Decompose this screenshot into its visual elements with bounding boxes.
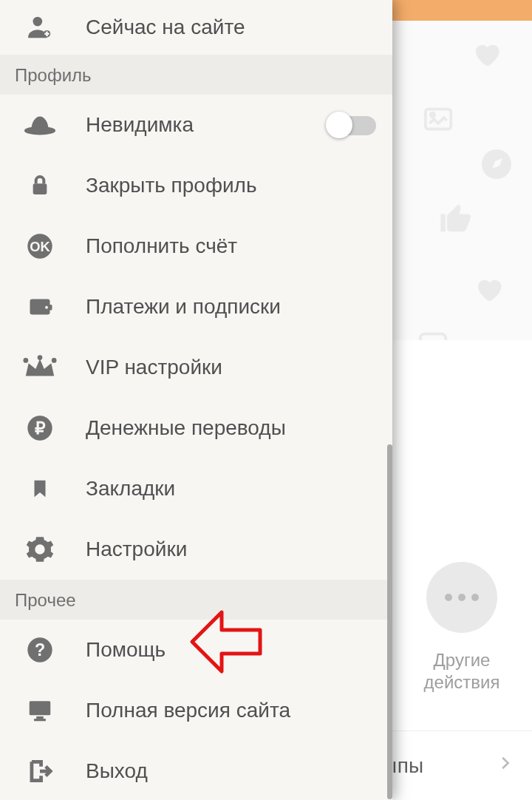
svg-text:?: ? (35, 640, 45, 660)
svg-point-4 (33, 17, 43, 27)
menu-item-close-profile[interactable]: Закрыть профиль (0, 155, 392, 216)
menu-item-online-now[interactable]: Сейчас на сайте (0, 0, 392, 55)
toggle-knob (326, 112, 352, 138)
menu-item-topup[interactable]: OK Пополнить счёт (0, 216, 392, 277)
person-online-icon (22, 10, 58, 45)
help-icon: ? (22, 632, 58, 668)
svg-point-12 (45, 306, 48, 309)
menu-label: Пополнить счёт (58, 234, 237, 258)
svg-rect-21 (36, 716, 44, 719)
invisible-toggle[interactable] (327, 112, 376, 138)
wallet-icon (22, 289, 58, 325)
drawer-scrollbar[interactable] (387, 444, 392, 799)
crown-icon (22, 350, 58, 385)
menu-item-vip[interactable]: VIP настройки (0, 337, 392, 398)
svg-rect-7 (33, 183, 47, 194)
gear-icon (22, 532, 58, 567)
bg-thumb-icon (436, 200, 477, 238)
menu-label: Закрыть профиль (58, 174, 257, 197)
svg-rect-22 (34, 719, 46, 721)
menu-label: VIP настройки (58, 356, 222, 379)
menu-label: Невидимка (58, 113, 194, 137)
bottom-row-text-fragment: ıпы (392, 754, 423, 778)
menu-item-help[interactable]: ? Помощь (0, 620, 392, 680)
menu-item-desktop[interactable]: Полная версия сайта (0, 680, 392, 741)
section-title-profile: Профиль (0, 55, 392, 95)
menu-label: Сейчас на сайте (58, 16, 245, 39)
menu-item-bookmarks[interactable]: Закладки (0, 458, 392, 519)
menu-label: Платежи и подписки (58, 295, 281, 319)
menu-label: Выход (58, 759, 148, 783)
svg-point-13 (23, 358, 28, 363)
chevron-right-icon (497, 750, 513, 781)
menu-label: Помощь (58, 638, 166, 662)
svg-point-15 (52, 358, 57, 363)
menu-label: Настройки (58, 538, 187, 561)
hat-icon (22, 107, 58, 143)
bg-heart-icon (469, 38, 503, 70)
bookmark-icon (22, 471, 58, 506)
page-root: Другие действия ıпы Сейчас на сайте Проф… (0, 0, 532, 800)
other-actions-label: Другие действия (399, 649, 525, 694)
bg-image-icon (418, 104, 458, 138)
menu-item-payments[interactable]: Платежи и подписки (0, 277, 392, 337)
svg-point-1 (431, 113, 434, 117)
lock-icon (22, 168, 58, 203)
drawer-scroll[interactable]: Сейчас на сайте Профиль Невидимка Закрыт… (0, 0, 392, 800)
side-drawer: Сейчас на сайте Профиль Невидимка Закрыт… (0, 0, 392, 800)
app-header-accent (392, 0, 532, 21)
ruble-icon: ₽ (22, 410, 58, 446)
menu-item-transfers[interactable]: ₽ Денежные переводы (0, 398, 392, 458)
bottom-nav-row[interactable]: ıпы (392, 730, 532, 800)
other-actions-tile[interactable]: Другие действия (399, 562, 525, 694)
menu-item-settings[interactable]: Настройки (0, 519, 392, 580)
svg-text:OK: OK (30, 239, 50, 254)
menu-label: Денежные переводы (58, 416, 286, 440)
ok-coin-icon: OK (22, 228, 58, 264)
monitor-icon (22, 693, 58, 728)
bg-heart-icon-2 (471, 274, 505, 305)
menu-item-invisible[interactable]: Невидимка (0, 95, 392, 155)
more-dots-icon (426, 562, 497, 633)
menu-label: Закладки (58, 477, 175, 501)
menu-item-logout[interactable]: Выход (0, 741, 392, 800)
bg-compass-icon (479, 146, 514, 182)
section-title-other: Прочее (0, 580, 392, 620)
logout-icon (22, 753, 58, 789)
svg-text:₽: ₽ (35, 418, 46, 438)
menu-label: Полная версия сайта (58, 699, 290, 722)
svg-rect-20 (30, 701, 51, 715)
svg-point-14 (38, 355, 43, 360)
